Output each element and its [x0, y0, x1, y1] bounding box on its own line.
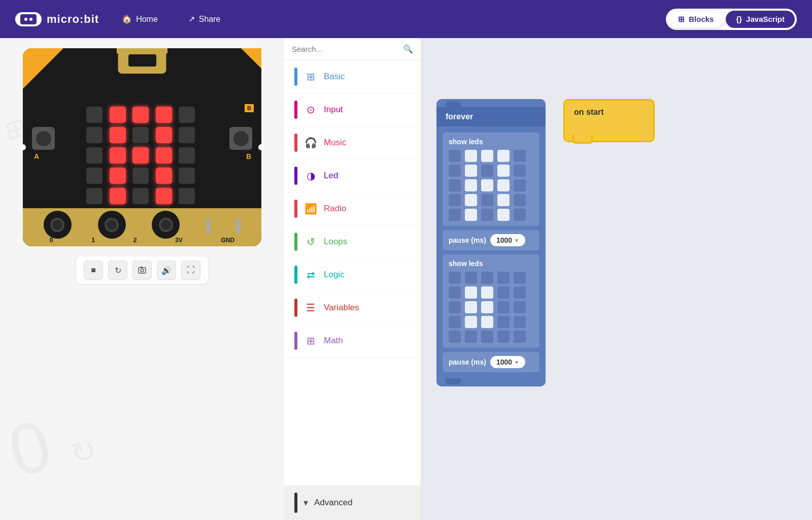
block-led-cell [497, 331, 510, 343]
block-led-cell [449, 301, 461, 313]
pin-hole-2[interactable] [152, 211, 180, 239]
advanced-item[interactable]: ▾ Advanced [284, 485, 421, 520]
cat-bar-radio [294, 200, 297, 218]
cat-icon-input: ⊙ [303, 103, 318, 117]
screenshot-button[interactable] [132, 261, 152, 280]
show-leds-label-2: show leds [449, 259, 533, 268]
block-led-cell [514, 301, 526, 313]
sound-button[interactable]: 🔊 [157, 261, 176, 280]
pin-gnd [236, 218, 241, 234]
header: micro:bit 🏠 Home ↗ Share ⊞ Blocks {} Jav… [0, 0, 812, 38]
pin-labels: 0 1 2 3V GND [23, 237, 261, 244]
cat-bar-variables [294, 299, 297, 317]
advanced-bar [294, 493, 297, 513]
blocks-mode-button[interactable]: ⊞ Blocks [668, 11, 724, 28]
button-a[interactable] [32, 127, 55, 150]
block-led-cell [514, 179, 526, 191]
blocks-icon: ⊞ [678, 15, 685, 24]
simulator-controls: ■ ↻ 🔊 ⛶ [76, 256, 208, 284]
blocks-workspace[interactable]: forever show leds pause (ms) 1000 ▼ [421, 38, 812, 520]
b-flag: B [245, 104, 254, 112]
javascript-mode-button[interactable]: {} JavaScript [726, 11, 795, 28]
cat-label-led: Led [324, 171, 338, 181]
decoration-tri3 [241, 48, 261, 69]
block-led-cell [465, 165, 477, 177]
led-cell [132, 168, 149, 184]
cat-icon-led: ◑ [303, 169, 318, 183]
category-item-input[interactable]: ⊙ Input [284, 93, 421, 126]
usb-connector [118, 48, 166, 74]
block-led-cell [481, 301, 493, 313]
onstart-block[interactable]: on start [563, 99, 655, 142]
led-cell [110, 107, 126, 123]
category-item-logic[interactable]: ⇄ Logic [284, 258, 421, 291]
category-item-music[interactable]: 🎧 Music [284, 126, 421, 159]
advanced-label: Advanced [314, 498, 353, 508]
category-item-basic[interactable]: ⊞ Basic [284, 60, 421, 93]
pause-value-1[interactable]: 1000 ▼ [490, 234, 525, 246]
button-b-inner [233, 131, 249, 146]
block-led-cell [465, 209, 477, 221]
cat-icon-loops: ↺ [303, 235, 318, 249]
category-item-led[interactable]: ◑ Led [284, 159, 421, 192]
cat-bar-input [294, 101, 297, 119]
button-b[interactable] [229, 127, 252, 150]
forever-title: forever [436, 107, 546, 126]
led-cell [156, 168, 172, 184]
show-leds-block-2[interactable]: show leds [443, 254, 539, 348]
share-icon: ↗ [188, 14, 195, 24]
robot-eye-right [29, 18, 32, 21]
show-leds-label-1: show leds [449, 138, 533, 146]
pause-block-2[interactable]: pause (ms) 1000 ▼ [443, 352, 539, 372]
block-led-cell [481, 179, 493, 191]
block-led-cell [449, 209, 461, 221]
search-input[interactable] [292, 45, 399, 53]
category-item-variables[interactable]: ☰ Variables [284, 291, 421, 324]
forever-block[interactable]: forever show leds pause (ms) 1000 ▼ [436, 99, 546, 386]
cat-label-radio: Radio [324, 204, 346, 214]
cat-label-input: Input [324, 105, 343, 115]
block-led-cell [449, 286, 461, 299]
category-item-radio[interactable]: 📶 Radio [284, 192, 421, 225]
block-led-cell [449, 179, 461, 191]
home-button[interactable]: 🏠 Home [114, 10, 165, 28]
fullscreen-button[interactable]: ⛶ [181, 261, 200, 280]
stop-button[interactable]: ■ [84, 261, 103, 280]
led-cell [86, 127, 103, 143]
block-led-cell [481, 194, 493, 206]
pin-label-2: 2 [133, 237, 137, 244]
pause-block-1[interactable]: pause (ms) 1000 ▼ [443, 230, 539, 250]
block-led-cell [449, 272, 461, 284]
dropdown-arrow-2: ▼ [514, 360, 519, 365]
restart-button[interactable]: ↻ [108, 261, 127, 280]
svg-point-1 [141, 269, 144, 272]
show-leds-block-1[interactable]: show leds [443, 133, 539, 226]
cat-bar-math [294, 332, 297, 350]
led-cell [86, 107, 103, 123]
block-led-cell [449, 150, 461, 162]
cat-icon-music: 🎧 [303, 136, 318, 150]
cat-icon-math: ⊞ [303, 334, 318, 348]
block-led-cell [514, 316, 526, 328]
chevron-down-icon: ▾ [303, 497, 308, 508]
category-list: ⊞ Basic ⊙ Input 🎧 Music ◑ Led 📶 Radio ↺ … [284, 60, 421, 485]
block-led-cell [449, 331, 461, 343]
category-item-loops[interactable]: ↺ Loops [284, 225, 421, 258]
onstart-notch [572, 135, 593, 144]
pin-hole-1[interactable] [98, 211, 126, 239]
led-cell [132, 127, 149, 143]
cat-icon-logic: ⇄ [303, 268, 318, 282]
led-grid-1 [449, 150, 527, 221]
pin-hole-0[interactable] [44, 211, 72, 239]
block-led-cell [449, 194, 461, 206]
pause-label-1: pause (ms) [449, 236, 486, 244]
cat-label-loops: Loops [324, 237, 347, 247]
share-button[interactable]: ↗ Share [181, 10, 228, 28]
block-led-cell [465, 272, 477, 284]
block-led-cell [481, 165, 493, 177]
pause-value-2[interactable]: 1000 ▼ [490, 356, 525, 368]
led-cell [156, 188, 172, 204]
usb-port [128, 54, 156, 67]
category-item-math[interactable]: ⊞ Math [284, 324, 421, 358]
pin-3v [206, 218, 210, 234]
